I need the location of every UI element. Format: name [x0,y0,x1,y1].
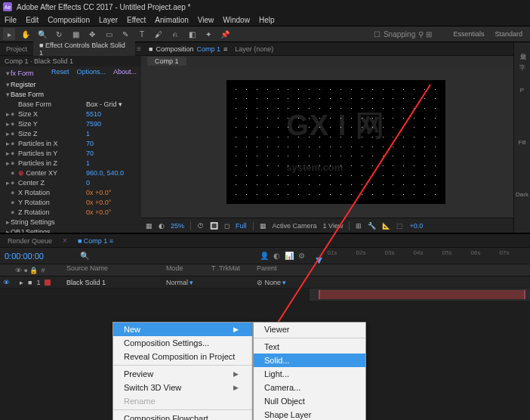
ctx-viewer[interactable]: Viewer [254,323,365,336]
zoom-tool[interactable]: 🔍 [36,28,48,40]
ctx-camera[interactable]: Camera... [254,381,365,394]
col-mode[interactable]: Mode [166,264,211,276]
layer-parent[interactable]: ⊘ None▾ [257,279,310,286]
side-para[interactable]: P [520,87,524,94]
ctx-flowchart[interactable]: Composition Flowchart [113,412,252,420]
menu-edit[interactable]: Edit [26,16,39,24]
layer-row-1[interactable]: 👁 ▸■ 1 Black Solid 1 Normal▾ ⊘ None▾ [0,276,530,289]
ctx-solid[interactable]: Solid... [254,354,365,367]
ctx-reveal[interactable]: Reveal Composition in Project [113,350,252,363]
menu-composition[interactable]: Composition [48,16,90,24]
prop-register[interactable]: ▾Register [0,79,141,89]
menu-file[interactable]: File [5,16,17,24]
switches-icon[interactable]: ⚙ [298,252,305,260]
workspace-standard[interactable]: Standard [490,29,527,39]
prop-center-xy[interactable]: ●⊕ Center XY960.0, 540.0 [0,168,141,178]
effect-name[interactable]: fx Form [11,69,34,77]
hand-tool[interactable]: ✋ [20,28,32,40]
side-dark[interactable]: Dark [516,191,528,198]
resolution[interactable]: Full [236,222,247,230]
puppet-tool[interactable]: 📌 [219,28,231,40]
pen-tool[interactable]: ✎ [119,28,131,40]
prop-y-rotation[interactable]: ●Y Rotation0x +0.0° [0,197,141,207]
rotate-tool[interactable]: ↻ [53,28,65,40]
prop-size-y[interactable]: ▸●Size Y7590 [0,119,141,128]
prop-center-z[interactable]: ▸●Center Z0 [0,178,141,187]
motion-blur-icon[interactable]: ◐ [273,252,280,260]
composition-viewer[interactable]: GX I 网system.com [141,66,530,218]
layer-color-swatch[interactable] [45,279,51,286]
grid-icon[interactable]: ▦ [146,222,153,230]
ctx-comp-settings[interactable]: Composition Settings... [113,336,252,350]
roto-tool[interactable]: ✦ [202,28,214,40]
tab-layer-none[interactable]: Layer (none) [235,45,273,53]
snapping-toggle[interactable]: ☐ Snapping ⚲ ⊞ [374,30,432,39]
prop-particles-in-z[interactable]: ▸●Particles in Z1 [0,158,141,168]
tab-effect-controls[interactable]: ■ Effect Controls Black Solid 1 [33,40,135,58]
side-fill[interactable]: Fill [518,139,525,146]
tab-comp1[interactable]: ■ Comp 1 ≡ [70,236,121,246]
twirl-icon[interactable]: ▸ [20,279,23,286]
tab-close[interactable]: × [60,235,70,246]
anchor-tool[interactable]: ✥ [86,28,98,40]
workspace-essentials[interactable]: Essentials [448,29,488,39]
layer-mode[interactable]: Normal▾ [166,279,211,286]
ctx-preview[interactable]: Preview▶ [113,367,252,381]
col-source-name[interactable]: Source Name [66,264,166,276]
menu-effect[interactable]: Effect [127,16,146,24]
menu-animation[interactable]: Animation [155,16,188,24]
stamp-tool[interactable]: ⎌ [169,28,181,40]
shape-tool[interactable]: ▭ [103,28,115,40]
prop-particles-in-y[interactable]: ▸●Particles in Y70 [0,148,141,158]
prop-size-x[interactable]: ▸●Size X5510 [0,109,141,119]
tab-project[interactable]: Project [0,44,33,54]
col-parent[interactable]: Parent [257,264,310,276]
ctx-switch3d[interactable]: Switch 3D View▶ [113,381,252,394]
prop-z-rotation[interactable]: ●Z Rotation0x +0.0° [0,207,141,217]
timecode-footer[interactable]: ⏱ [197,222,204,230]
prop-obj-settings[interactable]: ▸OBJ Settings [0,227,141,233]
eraser-tool[interactable]: ◧ [186,28,198,40]
prop-x-rotation[interactable]: ●X Rotation0x +0.0° [0,187,141,197]
ctx-null[interactable]: Null Object [254,394,365,408]
shy-icon[interactable]: 👤 [260,252,269,260]
tab-render-queue[interactable]: Render Queue [0,236,60,246]
effect-reset[interactable]: Reset [51,68,69,78]
ctx-shape[interactable]: Shape Layer [254,408,365,420]
side-char[interactable]: 字 [519,63,525,72]
graph-icon[interactable]: 📊 [285,252,294,260]
effect-about[interactable]: About... [113,68,137,78]
current-timecode[interactable]: 0:00:00:00 [5,252,44,261]
brush-tool[interactable]: 🖌 [153,28,165,40]
text-tool[interactable]: T [136,28,148,40]
effect-options[interactable]: Options... [76,68,106,78]
selection-tool[interactable]: ▸ [3,28,15,40]
prop-size-z[interactable]: ▸●Size Z1 [0,128,141,138]
menu-layer[interactable]: Layer [99,16,118,24]
prop-base-form[interactable]: ▾Base Form [0,89,141,99]
workspace-tabs: Essentials Standard [448,29,527,39]
camera-dropdown[interactable]: Active Camera [273,222,317,230]
comp-breadcrumb[interactable]: Comp 1 [147,57,186,66]
alpha-icon[interactable]: ◐ [159,222,165,230]
view-dropdown[interactable]: 1 View [323,222,344,230]
visibility-toggle[interactable]: 👁 [0,279,12,286]
ctx-text[interactable]: Text [254,340,365,354]
col-av: 👁 ● 🔒 # [0,264,66,276]
prop-string-settings[interactable]: ▸String Settings [0,217,141,227]
ctx-new[interactable]: New▶ [113,323,252,336]
tab-composition[interactable]: ■ Composition Comp 1 ≡ [149,45,227,53]
layer-duration-bar[interactable] [319,290,525,299]
col-trkmat[interactable]: T .TrkMat [211,264,257,276]
timeline-search[interactable]: 🔍 [80,252,89,260]
prop-base-form[interactable]: Base FormBox - Grid ▾ [0,99,141,109]
exposure[interactable]: +0.0 [409,222,423,230]
ctx-light[interactable]: Light... [254,367,365,381]
menu-window[interactable]: Window [223,16,250,24]
menu-view[interactable]: View [198,16,214,24]
camera-tool[interactable]: ▦ [69,28,82,40]
layer-name[interactable]: Black Solid 1 [66,279,166,286]
prop-particles-in-x[interactable]: ▸●Particles in X70 [0,138,141,148]
menu-help[interactable]: Help [259,16,275,24]
zoom-value[interactable]: 25% [171,222,184,230]
